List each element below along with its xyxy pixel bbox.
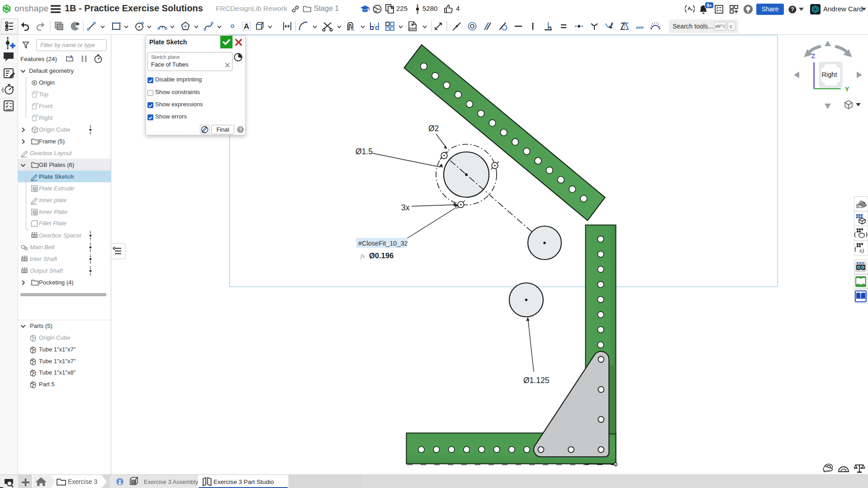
svg-text:Search tools...: Search tools... bbox=[673, 23, 713, 30]
svg-text:?: ? bbox=[791, 6, 794, 13]
svg-text:Ø1.125: Ø1.125 bbox=[523, 376, 549, 385]
svg-text:A: A bbox=[244, 22, 249, 31]
svg-text:Ø1.5: Ø1.5 bbox=[356, 147, 373, 156]
svg-text:Ø0.196: Ø0.196 bbox=[369, 251, 394, 260]
svg-text:#CloseFit_10_32: #CloseFit_10_32 bbox=[358, 240, 408, 247]
svg-text:Z: Z bbox=[811, 52, 816, 60]
svg-text:fx: fx bbox=[360, 252, 365, 259]
svg-text:x): x) bbox=[859, 247, 864, 254]
svg-text:Right: Right bbox=[822, 71, 837, 78]
svg-text:alt/⌥: alt/⌥ bbox=[715, 24, 726, 28]
svg-text:3x: 3x bbox=[401, 203, 410, 212]
svg-text:DXF: DXF bbox=[409, 27, 416, 30]
svg-text:c: c bbox=[730, 24, 733, 29]
svg-text:Ø2: Ø2 bbox=[428, 124, 439, 133]
svg-text:Y: Y bbox=[845, 85, 849, 93]
